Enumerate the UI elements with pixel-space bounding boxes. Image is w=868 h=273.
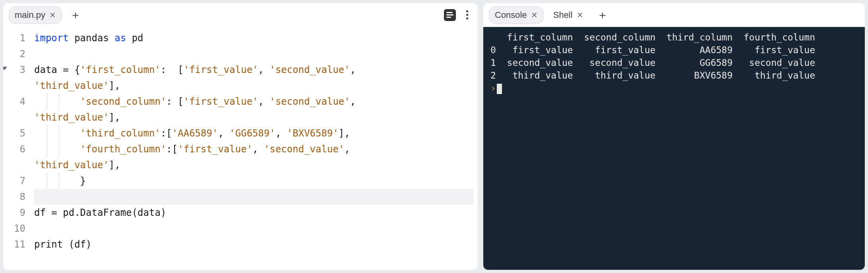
code-token: , [218,128,229,139]
console-row: 0 first_value first_value AA6589 first_v… [490,44,858,56]
code-token: 'third_value' [34,160,109,171]
code-token: 'GG6589' [229,128,275,139]
code-line[interactable]: 'third_value'], [34,157,474,173]
console-row: 2 third_value third_value BXV6589 third_… [490,69,858,82]
code-token: 'third_value' [34,112,109,123]
close-icon[interactable]: ✕ [49,10,56,20]
code-token: 'first_column' [80,64,161,75]
console-prompt-line[interactable]: › [490,82,858,94]
indent-guide [59,94,59,110]
code-line[interactable]: 'third_value'], [34,78,474,94]
code-token: :[ [166,144,178,155]
code-token: import [34,33,69,44]
more-menu-icon[interactable] [465,9,470,21]
code-token: 'second_value' [269,96,350,107]
code-token: , [344,144,356,155]
code-token: , [258,64,270,75]
code-line[interactable]: } [34,173,474,189]
code-line[interactable] [34,189,474,205]
code-token: :[ [161,128,172,139]
line-number: 9 [3,205,25,221]
code-line[interactable]: 'third_column':['AA6589', 'GG6589', 'BXV… [34,125,474,141]
code-token: (df) [63,239,91,250]
indent-guide [59,125,59,141]
indent-guide [47,141,47,157]
line-number [3,110,25,125]
code-token: , [252,144,264,155]
new-console-tab-button[interactable]: ＋ [593,6,612,24]
indent-guide [59,141,59,157]
editor-panel: main.py✕ ＋ 1234567891011 import pandas a… [3,3,478,270]
code-token: df = pd.DataFrame(data) [34,207,166,218]
code-token: print [34,239,63,250]
line-number: 1 [3,30,25,46]
tab-label: Shell [553,10,573,20]
code-token: ], [109,160,120,171]
console-output[interactable]: first_column second_column third_column … [483,27,865,270]
console-header-line: first_column second_column third_column … [490,31,858,44]
code-token: , [350,96,362,107]
console-tab[interactable]: Shell✕ [548,7,589,23]
code-line[interactable] [34,221,474,236]
code-token: 'AA6589' [172,128,218,139]
indent-guide [47,173,47,189]
code-line[interactable]: print (df) [34,236,474,252]
code-token: 'first_value' [184,64,258,75]
line-number: 11 [3,236,25,252]
code-line[interactable]: 'fourth_column':['first_value', 'second_… [34,141,474,157]
code-token: : [ [166,96,183,107]
line-number: 8 [3,189,25,205]
indent-guide [47,125,47,141]
code-line[interactable]: import pandas as pd [34,30,474,46]
code-line[interactable]: 'third_value'], [34,110,474,125]
code-line[interactable] [34,46,474,62]
console-panel: Console✕Shell✕ ＋ first_column second_col… [483,3,865,270]
code-token [34,96,80,107]
line-number: 6 [3,141,25,157]
code-token: } [34,175,86,186]
line-number [3,157,25,173]
code-token: : [ [161,64,184,75]
line-number: 7 [3,173,25,189]
console-tab[interactable]: Console✕ [489,6,544,24]
close-icon[interactable]: ✕ [577,10,583,20]
prompt-icon: › [490,83,496,93]
indent-guide [47,94,47,110]
code-token: 'fourth_column' [80,144,167,155]
code-token [34,144,80,155]
console-tab-bar: Console✕Shell✕ ＋ [483,3,865,27]
code-token: 'second_column' [80,96,167,107]
line-number [3,78,25,94]
code-token: 'third_value' [34,80,109,91]
code-token: , [350,64,362,75]
code-token: ], [109,80,120,91]
indent-guide [59,173,59,189]
code-line[interactable]: df = pd.DataFrame(data) [34,205,474,221]
code-token: pd [126,33,143,44]
tab-label: Console [495,10,527,20]
fold-icon[interactable] [3,67,7,70]
editor-tab[interactable]: main.py✕ [9,6,62,24]
doc-icon[interactable] [444,9,456,21]
code-token [34,128,80,139]
code-token: 'first_value' [178,144,252,155]
line-number: 4 [3,94,25,110]
code-token: ], [109,112,120,123]
cursor-icon [497,84,502,94]
code-token: 'third_column' [80,128,161,139]
close-icon[interactable]: ✕ [531,10,538,20]
code-token: data = { [34,64,80,75]
code-token: , [275,128,287,139]
new-tab-button[interactable]: ＋ [66,6,85,24]
tab-label: main.py [15,10,45,20]
code-token: pandas [69,33,115,44]
code-token: as [114,33,126,44]
code-token: 'BXV6589' [287,128,339,139]
code-editor[interactable]: 1234567891011 import pandas as pddata = … [3,27,478,270]
line-number: 10 [3,221,25,236]
code-token: ], [339,128,350,139]
code-token: 'second_value' [264,144,344,155]
code-line[interactable]: 'second_column': ['first_value', 'second… [34,94,474,110]
line-number: 3 [3,62,25,78]
code-line[interactable]: data = {'first_column': ['first_value', … [34,62,474,78]
